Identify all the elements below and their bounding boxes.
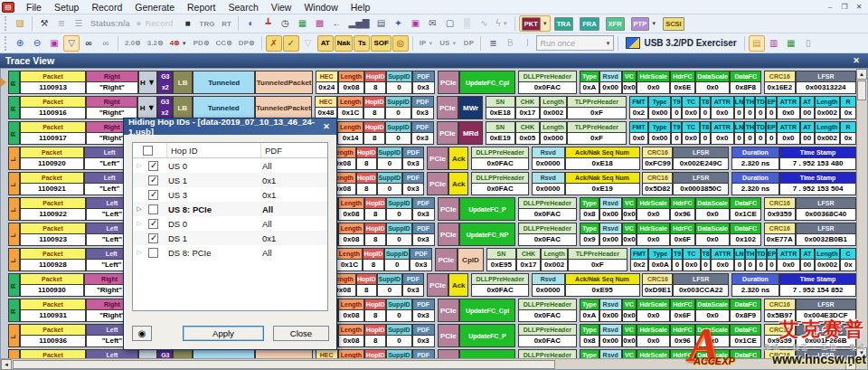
menu-setup[interactable]: Setup [48, 1, 85, 14]
apply-button[interactable]: Apply [183, 326, 264, 341]
menu-file[interactable]: File [20, 1, 48, 14]
ts-filter-icon[interactable]: Ts [354, 35, 370, 52]
select-all-checkbox[interactable] [143, 146, 153, 156]
bus-util-icon[interactable]: ▤ [373, 15, 390, 32]
layout-1-icon[interactable]: ▤ [749, 35, 765, 52]
usb32-filter-icon[interactable]: 3.2⊗ [145, 35, 166, 52]
hop-id-checkbox[interactable] [148, 219, 158, 229]
zoom-in-icon[interactable]: ⊕ [12, 35, 28, 52]
export-icon[interactable]: ← [328, 15, 344, 32]
connect-plug-icon[interactable]: ┻ [259, 15, 276, 32]
record-bullet-icon[interactable]: ●Record [134, 15, 179, 32]
us-filter-icon[interactable]: US▼ [437, 35, 459, 52]
bold-button[interactable]: B [502, 35, 518, 52]
tools-wrench-icon[interactable]: ⚒ [36, 15, 52, 32]
video-display-icon[interactable]: ▣ [408, 15, 424, 32]
probe-setup-icon[interactable]: ≣ [53, 15, 70, 32]
metrics-grid-icon[interactable]: ▩ [311, 15, 327, 32]
view-pkt-button[interactable]: PKT▼ [519, 15, 551, 32]
vscroll-thumb[interactable] [857, 81, 866, 100]
hop-id-column-header[interactable]: Hop ID [167, 143, 261, 157]
view-scsi-button[interactable]: SCSI [660, 15, 687, 32]
expander-icon[interactable]: ▷ [133, 162, 146, 169]
view-fra-button[interactable]: FRA [577, 15, 601, 32]
lightning-icon[interactable]: ϟ▼ [494, 15, 511, 32]
exerciser-button[interactable]: USB 3.2/PD Exerciser [622, 34, 740, 52]
menu-search[interactable]: Search [222, 1, 265, 14]
compass-icon[interactable]: ✦ [391, 15, 407, 32]
menu-generate[interactable]: Generate [128, 1, 181, 14]
scroll-right-arrow[interactable]: ► [845, 359, 856, 370]
cc-filter-icon[interactable]: CC⊗ [213, 35, 235, 52]
view-ptp-button[interactable]: PTP▼ [628, 15, 660, 32]
trigger-icon[interactable]: TRG [197, 15, 218, 32]
pd-filter-icon[interactable]: PD⊗ [191, 35, 212, 52]
dialog-close-icon[interactable]: ✕ [321, 122, 332, 131]
hop-id-checkbox[interactable] [148, 204, 158, 214]
dp-filter-icon[interactable]: DP⊗ [236, 35, 258, 52]
hop-id-row[interactable]: ▷US 0All [133, 158, 327, 173]
zoom-out-icon[interactable]: ⊖ [29, 35, 45, 52]
usb20-filter-icon[interactable]: 2.0⊗ [122, 35, 144, 52]
menu-report[interactable]: Report [181, 1, 222, 14]
pdf-column-header[interactable]: PDF [261, 143, 327, 158]
expander-icon[interactable]: ▷ [133, 249, 146, 256]
horizontal-scrollbar[interactable]: ◄ ► [1, 358, 856, 369]
hop-id-row[interactable]: DS 10x1 [133, 231, 327, 245]
eye-button[interactable]: ◉ [132, 326, 152, 341]
layout-3-icon[interactable]: ▦ [783, 35, 799, 52]
find-next-icon[interactable]: ∞ [98, 35, 114, 52]
expander-icon[interactable]: ▷ [133, 205, 146, 213]
timer-clock-icon[interactable]: ◷ [277, 15, 293, 32]
dp2-filter-icon[interactable]: DP [460, 35, 476, 52]
close-button[interactable]: ✕ [854, 3, 864, 11]
hop-id-row[interactable]: ▷DS 0All [133, 216, 327, 231]
hop-id-checkbox[interactable] [148, 248, 158, 258]
view-tra-button[interactable]: TRA [552, 15, 576, 32]
misc-filter-icon[interactable]: ◎ [392, 35, 409, 52]
packet-row[interactable]: LPacketLeftH ▼G3x2LBTunneledTunneledPack… [8, 349, 856, 358]
vertical-scrollbar[interactable]: ▲ ▼ [856, 69, 867, 358]
mail-icon[interactable]: ✉ [425, 15, 441, 32]
expander-icon[interactable]: ▷ [133, 220, 146, 227]
hscroll-thumb[interactable] [13, 360, 555, 369]
trace-close-icon[interactable]: ✕ [850, 56, 863, 65]
hop-id-checkbox[interactable] [148, 176, 158, 185]
menu-view[interactable]: View [265, 1, 298, 14]
at-filter-icon[interactable]: AT [317, 35, 334, 52]
usb4-filter-icon[interactable]: 4⊗▼ [167, 35, 190, 52]
find-icon[interactable]: ∞ [80, 35, 97, 52]
layout-2-icon[interactable]: ▥ [766, 35, 782, 52]
hide-x-filter-icon[interactable]: ✗ [266, 35, 282, 52]
scroll-down-arrow[interactable]: ▼ [856, 347, 867, 358]
packet-row[interactable]: RPacket1100913Right"Right"H ▼G3x2LBTunne… [8, 71, 856, 94]
monitor-icon[interactable]: ▢ [442, 15, 458, 32]
nak-filter-icon[interactable]: Nak [335, 35, 354, 52]
stop-icon[interactable]: ■ [180, 15, 196, 32]
open-file-icon[interactable]: ▨ [12, 15, 28, 32]
stack-funnel-icon[interactable]: ≣ [485, 35, 501, 52]
run-mode-combo[interactable]: Run once▼ [536, 35, 614, 51]
ip-filter-icon[interactable]: IP▼ [417, 35, 437, 52]
record-options-icon[interactable]: ☰ [71, 15, 87, 32]
scroll-up-arrow[interactable]: ▲ [856, 69, 867, 80]
hop-id-row[interactable]: ▷US 8: PCIeAll [133, 202, 327, 216]
menu-window[interactable]: Window [297, 1, 344, 14]
minimize-button[interactable]: – [825, 3, 835, 11]
rt-stats-icon[interactable]: RT [218, 15, 234, 32]
close-dialog-button[interactable]: Close [273, 326, 329, 341]
restore-button[interactable]: ❐ [839, 3, 850, 11]
grey-filter-icon[interactable]: ▽ [300, 35, 316, 52]
session-info-icon[interactable]: ◐ [242, 15, 259, 32]
filter-bar-icon[interactable]: ▽ [63, 35, 80, 52]
hop-id-checkbox[interactable] [148, 233, 158, 243]
hop-id-checkbox[interactable] [148, 190, 158, 200]
view-xfr-button[interactable]: XFR [603, 15, 627, 32]
hop-id-row[interactable]: US 10x1 [133, 173, 327, 187]
cro-view-icon[interactable]: ▣ [46, 35, 62, 52]
hop-id-row[interactable]: ▷DS 8: PCIeAll [133, 245, 327, 260]
sof-filter-icon[interactable]: SOF [371, 35, 391, 52]
menu-record[interactable]: Record [85, 1, 128, 14]
ltssm-grid-icon[interactable]: ▦ [294, 15, 310, 32]
dotted-grid-icon[interactable]: ▒ [459, 15, 476, 32]
